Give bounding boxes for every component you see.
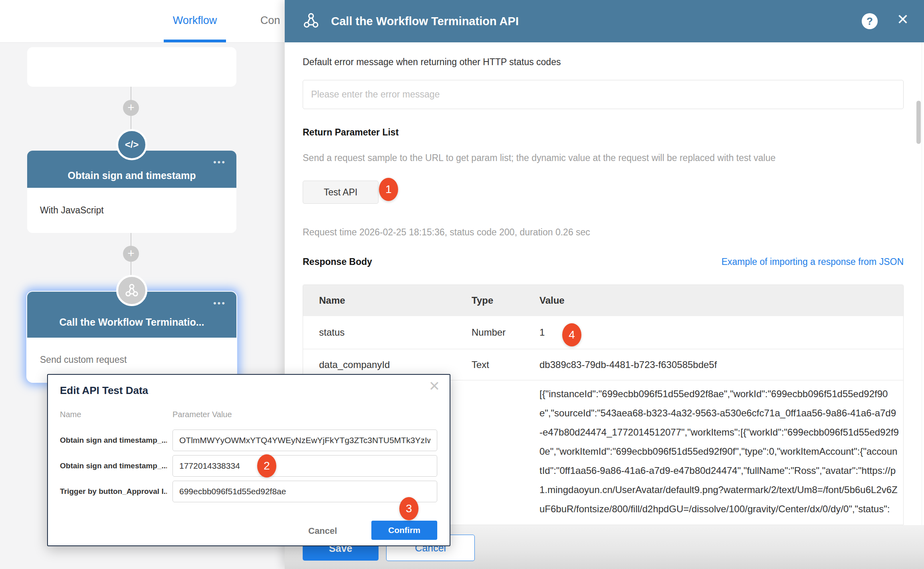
workflow-node-partial[interactable] [27,47,236,87]
cell-value: 1 [539,327,903,338]
name-column-label: Name [60,410,81,419]
tab-workflow[interactable]: Workflow [164,14,226,27]
webhook-icon [301,12,321,31]
param-label: Obtain sign and timestamp_... [60,455,167,477]
code-icon: </> [116,129,147,160]
annotation-badge-1: 1 [379,178,398,201]
tab-active-underline [164,40,226,42]
cell-name: data_companyId [319,359,472,370]
col-name: Name [319,295,472,306]
parameter-value-column-label: Parameter Value [173,410,232,419]
cell-value: db389c83-79db-4481-b723-f630585bde5f [539,359,903,370]
panel-header: Call the Workflow Termination API ? ✕ [285,0,924,42]
param-value-input-3[interactable] [173,481,437,502]
param-label: Trigger by button_Approval I... [60,481,167,502]
edit-api-test-data-modal: Edit API Test Data ✕ Name Parameter Valu… [47,374,450,546]
error-message-input[interactable] [303,80,904,109]
cell-type: Number [472,327,539,338]
test-api-button[interactable]: Test API [303,181,379,204]
annotation-badge-2: 2 [257,454,276,477]
modal-title: Edit API Test Data [60,384,148,397]
cell-value-json: [{"instanceId":"699ecbb096f51d55ed92f8ae… [539,384,899,525]
error-message-label: Default error message when returning oth… [303,57,561,68]
response-body-title: Response Body [303,257,372,267]
param-value-input-1[interactable] [173,430,437,451]
webhook-icon [116,275,147,306]
close-icon[interactable]: ✕ [897,11,909,28]
col-value: Value [539,295,903,306]
node-menu-icon[interactable]: ••• [213,157,226,167]
tab-configuration[interactable]: Con [260,14,280,27]
modal-cancel-button[interactable]: Cancel [308,526,337,536]
return-parameter-description: Send a request sample to the URL to get … [303,153,775,163]
cell-name: status [319,327,472,338]
return-parameter-list-title: Return Parameter List [303,127,399,138]
node-menu-icon[interactable]: ••• [213,298,226,308]
scrollbar-track [922,42,922,525]
annotation-badge-4: 4 [562,323,581,346]
code-glyph: </> [125,139,139,150]
import-json-link[interactable]: Example of importing a response from JSO… [722,257,904,267]
help-icon[interactable]: ? [862,13,878,29]
node-subtitle: With JavaScript [27,188,236,233]
workflow-node-call-api[interactable]: ••• Call the Workflow Terminatio... Send… [27,292,236,382]
param-label: Obtain sign and timestamp_... [60,430,167,451]
col-type: Type [472,295,539,306]
panel-title: Call the Workflow Termination API [331,15,519,28]
workflow-node-obtain-sign[interactable]: </> ••• Obtain sign and timestamp With J… [27,151,236,233]
add-node-button[interactable]: + [123,100,139,116]
top-tab-bar: Workflow Con [0,0,285,43]
param-value-input-2[interactable] [173,455,437,477]
annotation-badge-3: 3 [399,497,418,520]
scrollbar-thumb[interactable] [916,101,921,144]
table-row: status Number 1 [303,316,903,349]
add-node-button[interactable]: + [123,246,139,262]
screen: + </> ••• Obtain sign and timestamp With… [0,0,924,569]
request-info-text: Request time 2026-02-25 18:15:36, status… [303,227,590,238]
table-header-row: Name Type Value [303,285,903,316]
modal-confirm-button[interactable]: Confirm [371,521,437,540]
cell-type: Text [472,359,539,370]
close-icon[interactable]: ✕ [429,378,440,394]
